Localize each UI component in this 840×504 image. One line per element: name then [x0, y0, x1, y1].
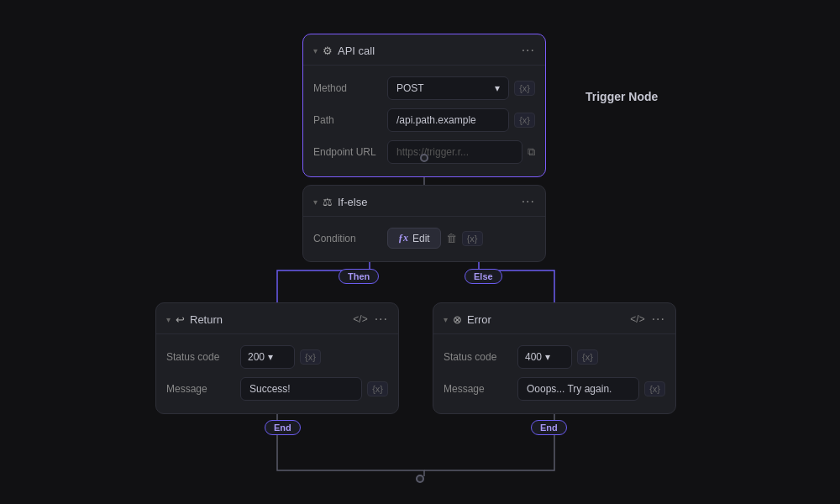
if-else-header-right: ··· [522, 194, 535, 209]
error-message-value: Ooops... Try again. [527, 383, 612, 395]
condition-label: Condition [313, 233, 381, 244]
error-status-value-container: 400 ▾ {x} [517, 345, 665, 369]
error-status-dropdown[interactable]: 400 ▾ [517, 345, 572, 369]
api-call-bottom-connector [420, 154, 428, 162]
error-menu-icon[interactable]: ··· [652, 312, 665, 327]
path-row: Path /api.path.example {x} [313, 104, 535, 136]
end-badge-right: End [531, 420, 567, 435]
end-badge-left: End [265, 420, 301, 435]
error-message-row: Message Ooops... Try again. {x} [444, 373, 665, 405]
condition-value-container: ƒx Edit 🗑 {x} [387, 228, 535, 249]
return-message-label: Message [166, 383, 234, 395]
error-message-x-badge[interactable]: {x} [644, 381, 665, 396]
error-title: Error [467, 313, 491, 326]
error-header-left: ▾ ⊗ Error [444, 313, 491, 326]
error-header-right: </> ··· [630, 312, 665, 327]
error-header: ▾ ⊗ Error </> ··· [433, 303, 675, 334]
method-dropdown[interactable]: POST ▾ [387, 76, 509, 100]
return-status-label: Status code [166, 351, 234, 363]
endpoint-value-container: https://trigger.r... ⧉ [387, 140, 535, 164]
return-code-icon[interactable]: </> [353, 313, 367, 325]
return-status-value-container: 200 ▾ {x} [240, 345, 388, 369]
if-else-chevron-icon[interactable]: ▾ [313, 197, 318, 207]
method-label: Method [313, 82, 381, 94]
if-else-menu-icon[interactable]: ··· [522, 194, 535, 209]
return-title: Return [190, 313, 223, 326]
error-message-value-container: Ooops... Try again. {x} [517, 377, 665, 401]
error-chevron-icon[interactable]: ▾ [444, 315, 448, 324]
return-status-x-badge[interactable]: {x} [300, 349, 321, 365]
method-value-container: POST ▾ {x} [387, 76, 535, 100]
path-x-badge[interactable]: {x} [514, 113, 535, 128]
edit-label: Edit [412, 233, 430, 244]
error-body: Status code 400 ▾ {x} Message Ooops... T… [433, 334, 675, 413]
error-status-row: Status code 400 ▾ {x} [444, 341, 665, 373]
if-else-body: Condition ƒx Edit 🗑 {x} [303, 217, 545, 261]
return-menu-icon[interactable]: ··· [375, 312, 388, 327]
method-row: Method POST ▾ {x} [313, 72, 535, 104]
fx-icon: ƒx [398, 232, 408, 244]
endpoint-row: Endpoint URL https://trigger.r... ⧉ [313, 136, 535, 168]
if-else-node: ▾ ⚖ If-else ··· Condition ƒx Edit 🗑 {x} [302, 185, 546, 262]
method-x-badge[interactable]: {x} [514, 81, 535, 96]
return-message-x-badge[interactable]: {x} [367, 381, 388, 396]
return-status-dropdown[interactable]: 200 ▾ [240, 345, 295, 369]
api-call-header: ▾ ⚙ API call ··· [303, 34, 545, 66]
if-else-icon: ⚖ [323, 196, 333, 208]
if-else-title: If-else [338, 196, 367, 208]
return-status-row: Status code 200 ▾ {x} [166, 341, 388, 373]
edit-button[interactable]: ƒx Edit [387, 228, 441, 249]
return-message-field[interactable]: Success! [240, 377, 362, 401]
condition-row: Condition ƒx Edit 🗑 {x} [313, 223, 535, 253]
path-value: /api.path.example [396, 114, 476, 126]
endpoint-label: Endpoint URL [313, 146, 381, 158]
endpoint-field[interactable]: https://trigger.r... [387, 140, 522, 164]
error-node: ▾ ⊗ Error </> ··· Status code 400 ▾ {x} … [433, 302, 676, 414]
if-else-header-left: ▾ ⚖ If-else [313, 196, 367, 208]
path-value-container: /api.path.example {x} [387, 108, 535, 132]
api-call-menu-icon[interactable]: ··· [522, 43, 535, 58]
error-status-value: 400 [525, 351, 542, 363]
error-status-chevron: ▾ [545, 351, 550, 363]
error-message-label: Message [444, 383, 511, 395]
if-else-header: ▾ ⚖ If-else ··· [303, 186, 545, 217]
path-label: Path [313, 114, 381, 126]
error-icon: ⊗ [453, 313, 462, 326]
error-status-x-badge[interactable]: {x} [577, 349, 598, 365]
return-chevron-icon[interactable]: ▾ [166, 315, 171, 324]
return-icon: ↩ [176, 313, 185, 326]
bottom-connector [416, 475, 424, 483]
return-body: Status code 200 ▾ {x} Message Success! {… [156, 334, 398, 413]
api-icon: ⚙ [323, 45, 333, 57]
return-header-left: ▾ ↩ Return [166, 313, 223, 326]
return-node: ▾ ↩ Return </> ··· Status code 200 ▾ {x}… [155, 302, 399, 414]
trigger-node-label: Trigger Node [585, 90, 658, 103]
trash-icon[interactable]: 🗑 [446, 232, 457, 244]
api-call-header-right: ··· [522, 43, 535, 58]
condition-x-badge[interactable]: {x} [462, 231, 483, 246]
svg-point-5 [417, 475, 423, 482]
path-field[interactable]: /api.path.example [387, 108, 509, 132]
else-badge: Else [465, 269, 502, 284]
return-status-chevron: ▾ [268, 351, 273, 363]
error-message-field[interactable]: Ooops... Try again. [517, 377, 639, 401]
return-message-value: Success! [249, 383, 291, 395]
endpoint-placeholder: https://trigger.r... [396, 146, 469, 158]
method-chevron: ▾ [495, 82, 500, 94]
error-code-icon[interactable]: </> [630, 313, 644, 325]
return-header: ▾ ↩ Return </> ··· [156, 303, 398, 334]
return-message-row: Message Success! {x} [166, 373, 388, 405]
return-header-right: </> ··· [353, 312, 388, 327]
chevron-icon[interactable]: ▾ [313, 46, 318, 55]
method-value: POST [396, 82, 424, 94]
api-call-header-left: ▾ ⚙ API call [313, 45, 375, 57]
api-call-title: API call [338, 45, 375, 57]
then-badge: Then [339, 269, 379, 284]
copy-icon[interactable]: ⧉ [528, 145, 535, 159]
return-status-value: 200 [248, 351, 265, 363]
error-status-label: Status code [444, 351, 511, 363]
return-message-value-container: Success! {x} [240, 377, 388, 401]
